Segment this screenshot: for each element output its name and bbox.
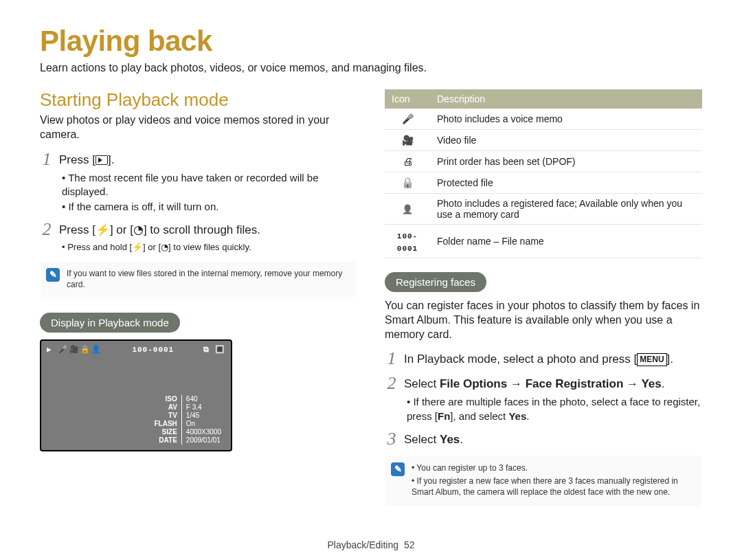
timer-icon: ◔ xyxy=(133,223,144,236)
step-number: 1 xyxy=(40,150,54,168)
faces-desc: You can register faces in your photos to… xyxy=(385,299,702,341)
note-block: You can register up to 3 faces. If you r… xyxy=(385,455,702,508)
lock-icon xyxy=(401,177,414,188)
page-intro: Learn actions to play back photos, video… xyxy=(40,62,702,74)
step-number: 2 xyxy=(385,374,398,392)
step-bullets: If there are multiple faces in the photo… xyxy=(407,395,702,423)
note-block: If you want to view files stored in the … xyxy=(40,260,357,298)
step-text: Select Yes. xyxy=(404,430,463,448)
lcd-info-table: ISO640 AVF 3.4 TV1/45 FLASHOn SIZE4000X3… xyxy=(150,395,225,445)
step-text: Select File Options → Face Registration … xyxy=(404,374,665,392)
lcd-battery-icons: ⧉ 🔳 xyxy=(203,345,225,354)
right-column: Icon Description Photo includes a voice … xyxy=(385,89,702,522)
table-head-desc: Description xyxy=(430,89,702,109)
lcd-folder-number: 100-0001 xyxy=(132,346,174,354)
table-row: 100-0001Folder name – File name xyxy=(385,225,702,258)
lcd-top-icons: ▶ 🎤🎥🔒👤 xyxy=(47,345,102,354)
left-column: Starting Playback mode View photos or pl… xyxy=(40,89,357,522)
step-text: Press []. xyxy=(59,150,114,168)
table-row: Video file xyxy=(385,130,702,151)
menu-button-label: MENU xyxy=(637,353,666,366)
table-row: Photo includes a registered face; Availa… xyxy=(385,194,702,225)
icon-description-table: Icon Description Photo includes a voice … xyxy=(385,89,702,258)
mic-icon xyxy=(402,113,414,124)
face-icon xyxy=(402,203,413,214)
section-heading-playback: Starting Playback mode xyxy=(40,89,357,111)
step-number: 2 xyxy=(40,221,54,238)
folder-file-icon: 100-0001 xyxy=(397,232,418,253)
table-head-icon: Icon xyxy=(385,89,430,109)
step-number: 3 xyxy=(385,430,398,448)
table-row: Print order has been set (DPOF) xyxy=(385,151,702,172)
video-icon xyxy=(402,134,414,146)
step-number: 1 xyxy=(385,350,398,368)
page-footer: Playback/Editing 52 xyxy=(0,539,742,550)
table-row: Photo includes a voice memo xyxy=(385,109,702,130)
table-row: Protected file xyxy=(385,172,702,194)
note-icon xyxy=(46,268,60,282)
step-text: Press [⚡] or [◔] to scroll through files… xyxy=(59,221,260,238)
step-bullets: The most recent file you have taken or r… xyxy=(62,171,357,214)
flash-icon: ⚡ xyxy=(95,223,110,236)
section-desc: View photos or play videos and voice mem… xyxy=(40,113,357,142)
playback-icon xyxy=(95,155,108,165)
registering-faces-pill: Registering faces xyxy=(385,272,486,292)
note-icon xyxy=(391,462,405,476)
page-title: Playing back xyxy=(40,25,702,58)
step-text: In Playback mode, select a photo and pre… xyxy=(404,350,673,368)
display-mode-pill: Display in Playback mode xyxy=(40,313,180,333)
step-bullets: Press and hold [⚡] or [◔] to view files … xyxy=(62,241,357,254)
printer-icon xyxy=(403,155,413,167)
lcd-preview: ▶ 🎤🎥🔒👤 100-0001 ⧉ 🔳 ISO640 AVF 3.4 TV1/4… xyxy=(40,339,232,451)
